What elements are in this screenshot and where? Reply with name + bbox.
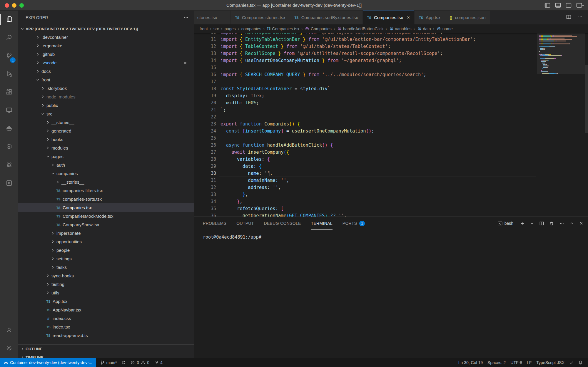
- tree-item-index.tsx[interactable]: TSindex.tsx: [18, 323, 194, 331]
- close-panel-icon[interactable]: [579, 221, 583, 225]
- tab-app.tsx[interactable]: TSApp.tsx: [415, 11, 445, 24]
- activity-remote-explorer-button[interactable]: [0, 102, 18, 120]
- ports-indicator[interactable]: 4: [152, 360, 165, 365]
- chevron-right-icon[interactable]: [45, 145, 50, 150]
- language-mode[interactable]: TypeScript JSX: [534, 360, 567, 365]
- toggle-panel-icon[interactable]: [555, 3, 561, 8]
- chevron-right-icon[interactable]: [45, 273, 50, 278]
- panel-tab-ports[interactable]: PORTS1: [343, 217, 365, 230]
- kill-terminal-icon[interactable]: [549, 221, 554, 226]
- panel-more-actions-icon[interactable]: [559, 221, 564, 226]
- editor-scrollbar[interactable]: [585, 65, 588, 133]
- tree-item-appnavbar.tsx[interactable]: TSAppNavbar.tsx: [18, 306, 194, 314]
- notifications-button[interactable]: [576, 360, 585, 365]
- chevron-right-icon[interactable]: [40, 94, 45, 99]
- close-window-button[interactable]: [5, 3, 9, 8]
- chevron-right-icon[interactable]: [45, 290, 50, 295]
- tree-item-node_modules[interactable]: node_modules: [18, 93, 194, 101]
- eol-sequence[interactable]: LF: [524, 360, 534, 365]
- tree-item-companies.tsx[interactable]: TSCompanies.tsx: [18, 203, 194, 212]
- panel-tab-problems[interactable]: PROBLEMS: [203, 217, 226, 230]
- terminal-dropdown-icon[interactable]: [530, 222, 534, 225]
- tree-item-testing[interactable]: testing: [18, 280, 194, 289]
- tree-item-.ergomake[interactable]: .ergomake: [18, 41, 194, 50]
- code-line-36[interactable]: getOperationName(GET_COMPANIES) ?? '',: [220, 212, 347, 217]
- code-line-24[interactable]: const [insertCompany] = useInsertOneComp…: [220, 128, 374, 135]
- chevron-right-icon[interactable]: [50, 248, 55, 253]
- tree-item-tasks[interactable]: tasks: [18, 263, 194, 272]
- terminal[interactable]: root@0a4ecd84891:/app#: [194, 230, 588, 240]
- breadcrumb-item-pages[interactable]: pages: [225, 26, 236, 31]
- chevron-down-icon[interactable]: [45, 154, 50, 159]
- maximize-panel-icon[interactable]: [570, 222, 574, 225]
- tree-item-index.css[interactable]: #index.css: [18, 314, 194, 323]
- problems-indicator[interactable]: 0 0: [128, 360, 152, 365]
- breadcrumb-item-name[interactable]: name: [437, 26, 453, 31]
- code-line-29[interactable]: data: {: [220, 163, 262, 170]
- activity-accounts-button[interactable]: [0, 321, 18, 340]
- tree-item-companyshow.tsx[interactable]: TSCompanyShow.tsx: [18, 220, 194, 229]
- code-line-20[interactable]: width: 100%;: [220, 99, 259, 106]
- tree-item-__stories__[interactable]: __stories__: [18, 178, 194, 186]
- chevron-right-icon[interactable]: [50, 265, 55, 270]
- code-editor[interactable]: 10import { WithTopBarContainer } from '@…: [194, 33, 588, 217]
- editor-more-actions-icon[interactable]: [578, 15, 583, 20]
- panel-tab-output[interactable]: OUTPUT: [236, 217, 254, 230]
- chevron-right-icon[interactable]: [55, 180, 60, 185]
- activity-live-share-button[interactable]: [0, 175, 18, 193]
- chevron-down-icon[interactable]: [35, 77, 40, 82]
- encoding[interactable]: UTF-8: [508, 360, 524, 365]
- breadcrumb-item-companies.tsx[interactable]: TSCompanies.tsx: [267, 26, 299, 31]
- code-line-26[interactable]: async function handleAddButtonClick() {: [220, 142, 333, 149]
- panel-tab-terminal[interactable]: TERMINAL: [311, 217, 333, 230]
- chevron-right-icon[interactable]: [35, 69, 40, 74]
- activity-extensions-button[interactable]: [0, 83, 18, 102]
- code-line-14[interactable]: import { useInsertOneCompanyMutation } f…: [220, 57, 402, 64]
- tab-companies.json[interactable]: {}companies.json: [445, 11, 490, 24]
- tab-stories.tsx[interactable]: stories.tsx: [194, 11, 231, 24]
- toggle-secondary-sidebar-icon[interactable]: [566, 3, 572, 8]
- code-line-32[interactable]: address: '',: [220, 184, 281, 191]
- tree-item-modules[interactable]: modules: [18, 144, 194, 152]
- remote-indicator[interactable]: >< Container dev-twenty-dev (dev-twenty-…: [0, 358, 96, 367]
- tree-item-companies[interactable]: companies: [18, 169, 194, 178]
- activity-docker-button[interactable]: [0, 120, 18, 138]
- breadcrumb-item-handleaddbuttonclick[interactable]: handleAddButtonClick: [337, 26, 384, 31]
- chevron-right-icon[interactable]: [45, 282, 50, 287]
- shell-selector[interactable]: bash: [498, 221, 513, 226]
- tree-item-src[interactable]: src: [18, 110, 194, 118]
- tree-item-generated[interactable]: generated: [18, 127, 194, 135]
- code-line-30[interactable]: name: '',: [220, 170, 273, 177]
- explorer-more-actions-icon[interactable]: [183, 15, 189, 21]
- chevron-right-icon[interactable]: [35, 52, 40, 57]
- code-line-18[interactable]: const StyledTableContainer = styled.div`: [220, 85, 330, 92]
- branch-indicator[interactable]: main*: [98, 360, 119, 365]
- code-line-16[interactable]: import { SEARCH_COMPANY_QUERY } from '..…: [220, 71, 426, 78]
- chevron-right-icon[interactable]: [35, 60, 40, 65]
- indentation[interactable]: Spaces: 2: [485, 360, 508, 365]
- code-line-13[interactable]: import { RecoilScope } from '@/ui/utilit…: [220, 50, 443, 57]
- tab-companies.stories.tsx[interactable]: TSCompanies.stories.tsx: [231, 11, 290, 24]
- chevron-right-icon[interactable]: [40, 103, 45, 108]
- tree-item-sync-hooks[interactable]: sync-hooks: [18, 272, 194, 280]
- activity-explorer-button[interactable]: [0, 11, 18, 29]
- code-line-10[interactable]: import { WithTopBarContainer } from '@/u…: [220, 33, 443, 36]
- code-line-12[interactable]: import { TableContext } from '@/ui/table…: [220, 43, 391, 50]
- tree-item-front[interactable]: front: [18, 76, 194, 84]
- code-line-27[interactable]: await insertCompany({: [220, 149, 289, 156]
- code-line-35[interactable]: refetchQueries: [: [220, 205, 284, 212]
- tree-item-hooks[interactable]: hooks: [18, 135, 194, 144]
- new-terminal-icon[interactable]: [520, 221, 524, 226]
- tree-item-utils[interactable]: utils: [18, 289, 194, 297]
- tab-companies.sortby.stories.tsx[interactable]: TSCompanies.sortBy.stories.tsx: [290, 11, 363, 24]
- activity-source-control-button[interactable]: 1: [0, 47, 18, 65]
- code-line-31[interactable]: domainName: '',: [220, 177, 289, 184]
- chevron-right-icon[interactable]: [50, 231, 55, 236]
- code-line-11[interactable]: import { EntityTableActionBar } from '@/…: [220, 36, 476, 43]
- activity-run-debug-button[interactable]: [0, 65, 18, 83]
- maximize-window-button[interactable]: [19, 3, 24, 8]
- tree-item-people[interactable]: people: [18, 246, 194, 254]
- sync-button[interactable]: [119, 360, 128, 365]
- workspace-section-header[interactable]: APP [CONTAINER DEV-TWENTY-DEV (DEV-TWENT…: [18, 25, 194, 33]
- cursor-position[interactable]: Ln 30, Col 19: [456, 360, 485, 365]
